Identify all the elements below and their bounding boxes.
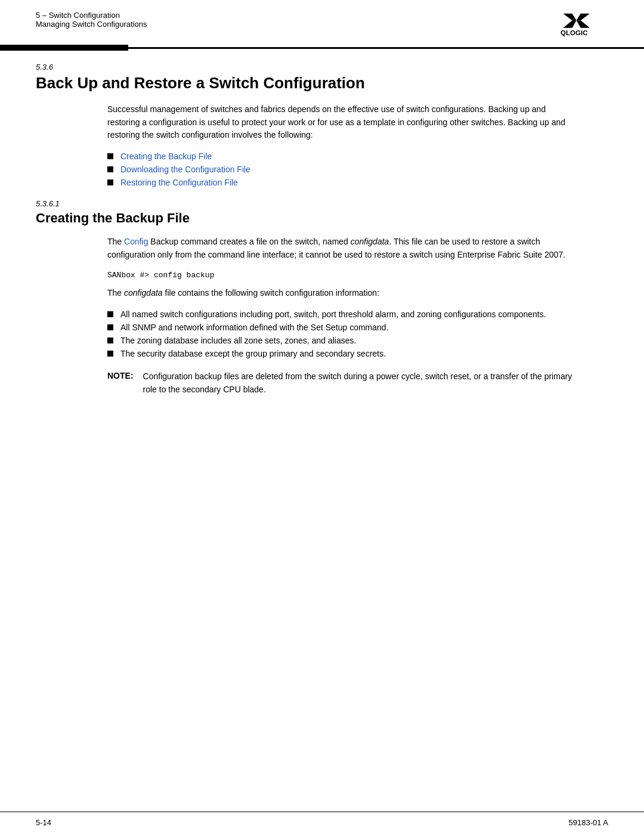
section-heading: Back Up and Restore a Switch Configurati… [36, 74, 608, 92]
creating-backup-link[interactable]: Creating the Backup File [120, 151, 212, 161]
footer-right: 59183-01 A [568, 818, 608, 827]
list-item: Downloading the Configuration File [107, 165, 572, 174]
footer: 5-14 59183-01 A [0, 812, 644, 833]
intro-text: Successful management of switches and fa… [107, 103, 572, 142]
header-rule-right [128, 47, 644, 49]
subsection-body1: The Config Backup command creates a file… [107, 236, 572, 261]
bullet-icon [107, 351, 113, 357]
sub-section-number: 5.3.6.1 [36, 199, 608, 208]
section-536: 5.3.6 Back Up and Restore a Switch Confi… [36, 63, 608, 187]
section-number: 5.3.6 [36, 63, 608, 72]
configdata-italic2: configdata [124, 288, 163, 298]
header-text: 5 – Switch Configuration Managing Switch… [36, 11, 147, 29]
header-rule-container [0, 38, 644, 45]
note-label: NOTE: [107, 370, 134, 380]
info-bullets: All named switch configurations includin… [107, 309, 572, 358]
bullet-icon [107, 153, 113, 159]
bullet-icon [107, 166, 113, 172]
body2-prefix: The [107, 288, 124, 298]
header: 5 – Switch Configuration Managing Switch… [0, 0, 644, 38]
subsection-body2: The configdata file contains the followi… [107, 287, 572, 300]
body2-rest: file contains the following switch confi… [163, 288, 379, 298]
code-block: SANbox #> config backup [107, 271, 608, 280]
list-item: Restoring the Configuration File [107, 178, 572, 187]
info-bullet-4: The security database except the group p… [120, 349, 386, 358]
body1-suffix: Backup command creates a file on the swi… [148, 237, 350, 246]
downloading-config-link[interactable]: Downloading the Configuration File [120, 165, 250, 174]
bullet-icon [107, 324, 113, 330]
list-item: The zoning database includes all zone se… [107, 336, 572, 345]
svg-text:QLOGIC: QLOGIC [561, 29, 588, 36]
sub-section-heading: Creating the Backup File [36, 210, 608, 226]
info-bullet-3: The zoning database includes all zone se… [120, 336, 356, 345]
list-item: All SNMP and network information defined… [107, 323, 572, 332]
info-bullet-1: All named switch configurations includin… [120, 309, 546, 319]
page: 5 – Switch Configuration Managing Switch… [0, 0, 644, 833]
note-text: Configuration backup files are deleted f… [143, 370, 572, 396]
section-bullets: Creating the Backup File Downloading the… [107, 151, 572, 187]
body1-prefix: The [107, 237, 124, 246]
configdata-italic1: configdata [351, 237, 389, 246]
bullet-icon [107, 311, 113, 317]
restoring-config-link[interactable]: Restoring the Configuration File [120, 178, 238, 187]
logo-container: QLOGIC [561, 11, 608, 38]
header-rule-left [0, 45, 128, 51]
footer-left: 5-14 [36, 818, 51, 827]
info-bullet-2: All SNMP and network information defined… [120, 323, 389, 332]
note-block: NOTE: Configuration backup files are del… [107, 370, 572, 396]
bullet-icon [107, 179, 113, 185]
main-content: 5.3.6 Back Up and Restore a Switch Confi… [0, 45, 644, 442]
header-line2: Managing Switch Configurations [36, 20, 147, 29]
list-item: All named switch configurations includin… [107, 309, 572, 319]
header-line1: 5 – Switch Configuration [36, 11, 147, 20]
list-item: The security database except the group p… [107, 349, 572, 358]
bullet-icon [107, 337, 113, 343]
section-5361: 5.3.6.1 Creating the Backup File The Con… [36, 199, 608, 396]
list-item: Creating the Backup File [107, 151, 572, 161]
config-link[interactable]: Config [124, 237, 148, 246]
qlogic-logo: QLOGIC [561, 11, 608, 38]
